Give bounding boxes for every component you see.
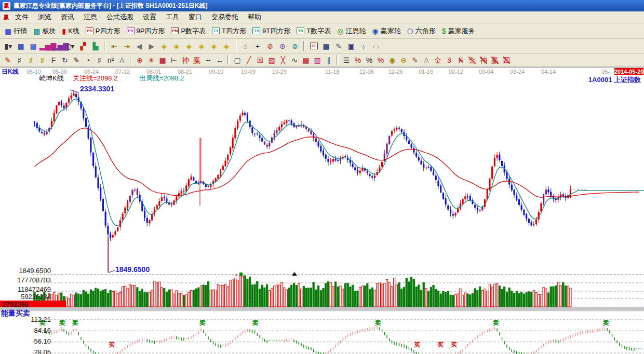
zoom-off-button[interactable]: ⊘ [264, 40, 276, 52]
f-angle-tool[interactable]: F [455, 55, 466, 65]
j-angle-tool[interactable]: J [444, 55, 455, 65]
gold-hash-tool-2[interactable]: ♯ [36, 55, 48, 65]
web-button[interactable]: ♁ [357, 40, 370, 52]
percent-tool-1[interactable]: % [352, 55, 364, 65]
color-histogram-button[interactable]: ▙ [89, 40, 102, 52]
wave-tool[interactable]: ∿ [289, 55, 300, 65]
gann-brain-button[interactable]: ⊚ [289, 40, 301, 52]
notes-button[interactable]: ✎ [332, 40, 345, 52]
svg-text:n: n [235, 273, 237, 277]
shen-tool[interactable]: 神 [180, 55, 191, 65]
grid-ruler-tool[interactable]: ♯ [93, 55, 105, 65]
si-angle-tool[interactable]: 四 [501, 55, 512, 65]
winner-wheel-button[interactable]: ◉赢家轮 [369, 26, 403, 36]
f-ruler-tool[interactable]: F [48, 55, 59, 65]
kline-pattern-button[interactable]: ▞ [77, 40, 89, 52]
first-page-button[interactable]: ⇤ [108, 40, 120, 52]
gann-web-tool[interactable]: ✳ [145, 55, 157, 65]
fan-lines-tool[interactable]: ╱ [243, 55, 254, 65]
price-ladder-tool[interactable]: ☰ [341, 55, 352, 65]
menu-item-1[interactable]: 浏览 [33, 12, 56, 22]
calculator-button[interactable]: ▦ [320, 40, 332, 52]
diamond-move-button[interactable]: ◈ [220, 40, 233, 52]
winner-service-button[interactable]: $赢家服务 [439, 26, 478, 36]
chart3-button[interactable]: ▂▅▇ [39, 40, 52, 52]
parallel-lines-tool[interactable]: ∥ [323, 55, 334, 65]
pencil-tool[interactable]: ✎ [71, 55, 82, 65]
t-square-button[interactable]: T3T四方形 [209, 26, 249, 36]
hash-ruler-tool[interactable]: ♯ [14, 55, 25, 65]
print-button[interactable]: ▭ [370, 40, 382, 52]
red-grid-tool-3[interactable]: ▥ [312, 55, 323, 65]
red-grid-tool-2[interactable]: ▤ [300, 55, 312, 65]
percent-line-tool[interactable]: % [375, 55, 386, 65]
gold-hash-tool-1[interactable]: ♯ [25, 55, 36, 65]
kline-style-dropdown[interactable]: ▯▾ [64, 40, 77, 52]
red-compass-tool[interactable]: ⊕ [134, 55, 145, 65]
gold-line-tool[interactable]: 金 [432, 55, 444, 65]
menu-item-6[interactable]: 工具 [161, 12, 184, 22]
p-square-button[interactable]: PSP四方形 [83, 26, 123, 36]
pencil-red-tool[interactable]: ✎ [2, 55, 14, 65]
diamond-left-button[interactable]: ◈ [158, 40, 170, 52]
info-list-button[interactable]: ▤ [27, 40, 39, 52]
golden-circle-tool[interactable]: ◉ [386, 55, 398, 65]
market-quotes-button[interactable]: ▦行情 [2, 26, 30, 36]
mirror-tool[interactable]: A [116, 55, 128, 65]
menu-item-5[interactable]: 设置 [138, 12, 161, 22]
box-hatch-tool[interactable]: ▨ [266, 55, 277, 65]
a-wave-tool[interactable]: A [421, 55, 432, 65]
gann-grid-tool[interactable]: ▦ [157, 55, 168, 65]
clock-angle-tool[interactable]: ◔ [82, 55, 93, 65]
prev-button[interactable]: ◀ [133, 40, 145, 52]
spiral-tool-icon: ↻ [62, 57, 68, 64]
menu-item-4[interactable]: 公式选股 [102, 12, 138, 22]
p-number-button[interactable]: PNP数字表 [168, 26, 208, 36]
spiral-tool[interactable]: ↻ [59, 55, 71, 65]
shen-angle-tool[interactable]: 神 [478, 55, 489, 65]
golden-section-tool-icon: ⊖ [400, 57, 407, 64]
menu-item-3[interactable]: 江恩 [79, 12, 102, 22]
ying-tool[interactable]: 赢 [191, 55, 203, 65]
ying-angle-tool[interactable]: 赢 [489, 55, 501, 65]
gann-wheel-button[interactable]: ◎江恩轮 [334, 26, 368, 36]
t9-square-button[interactable]: T99T四方形 [250, 26, 293, 36]
next-button[interactable]: ▶ [145, 40, 158, 52]
percent-tool-2[interactable]: % [364, 55, 375, 65]
crosshair-button[interactable]: + [251, 40, 264, 52]
diamond-cross-button[interactable]: ◈ [195, 40, 208, 52]
diamond-star-button[interactable]: ◈ [208, 40, 220, 52]
n-squared-tool[interactable]: n² [105, 55, 116, 65]
menu-item-7[interactable]: 窗口 [184, 12, 207, 22]
width-arrow-tool[interactable]: ↔ [214, 55, 225, 65]
kline-button[interactable]: ▮K线 [59, 26, 82, 36]
ruler-123-tool[interactable]: ╍ [203, 55, 214, 65]
p9-square-button[interactable]: P99P四方形 [124, 26, 168, 36]
cross-lines-tool[interactable]: ╳ [277, 55, 289, 65]
gold-angle-tool[interactable]: 金 [466, 55, 478, 65]
calendar-button[interactable]: 21 [307, 40, 320, 52]
gann-flower-button[interactable]: ⊛ [276, 40, 289, 52]
brush-tool[interactable]: ✎ [409, 55, 421, 65]
zoom-window-button[interactable]: ▦ [15, 40, 27, 52]
sector-board-button[interactable]: ▩板块 [31, 26, 58, 36]
diamond-right-button[interactable]: ◈ [170, 40, 183, 52]
menu-item-0[interactable]: 文件 [10, 12, 33, 22]
select-box-tool[interactable]: ▢ [232, 55, 243, 65]
hexagon-button[interactable]: ⬡六角形 [405, 26, 438, 36]
menu-item-2[interactable]: 资讯 [56, 12, 79, 22]
measure-tool[interactable]: ⊢ [168, 55, 180, 65]
period-label[interactable]: 日K线 [2, 69, 19, 75]
menu-item-8[interactable]: 交易委托 [207, 12, 243, 22]
box-x-tool[interactable]: ☒ [254, 55, 266, 65]
diamond-expand-button[interactable]: ◈ [183, 40, 195, 52]
t-number-button[interactable]: TNT数字表 [294, 26, 333, 36]
chart9-button[interactable]: ▂▅▇ [52, 40, 64, 52]
menu-item-9[interactable]: 帮助 [243, 12, 266, 22]
candle-type-dropdown[interactable]: ▮▾ [2, 40, 15, 52]
save-button[interactable]: ▣ [345, 40, 357, 52]
kline-chart-canvas[interactable]: 卖卖卖卖卖卖卖卖买买买买n [0, 67, 644, 354]
golden-section-tool[interactable]: ⊖ [398, 55, 409, 65]
last-page-button[interactable]: ⇥ [120, 40, 133, 52]
hand-tool-button[interactable]: ☝ [239, 40, 251, 52]
